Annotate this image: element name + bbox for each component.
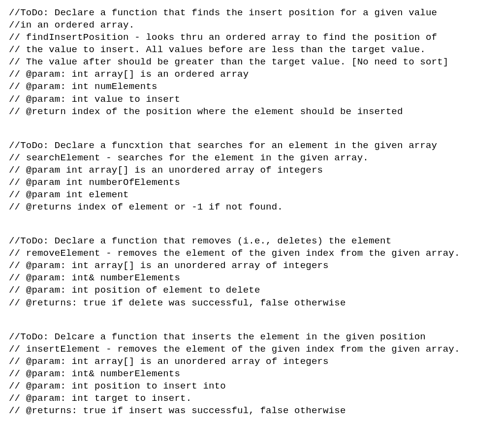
code-line: // @param int element	[9, 189, 495, 201]
comment-block-remove-element: //ToDo: Declare a function that removes …	[9, 235, 495, 309]
code-line: // searchElement - searches for the elem…	[9, 152, 495, 164]
code-line: // @param: int numElements	[9, 81, 495, 93]
code-line: // removeElement - removes the element o…	[9, 247, 495, 260]
code-line: // @returns: true if delete was successf…	[9, 297, 495, 309]
code-line: //ToDo: Declare a function that removes …	[9, 235, 495, 247]
code-line: // @param: int array[] is an unordered a…	[9, 260, 495, 272]
code-line: // @param: int position of element to de…	[9, 284, 495, 297]
code-line: // @param: int target to insert.	[9, 392, 495, 405]
code-line: // @param: int position to insert into	[9, 380, 495, 392]
code-line: // @param: int value to insert	[9, 93, 495, 106]
code-line: // insertElement - removes the element o…	[9, 343, 495, 356]
code-line: //ToDo: Declare a funcxtion that searche…	[9, 140, 495, 152]
comment-block-search-element: //ToDo: Declare a funcxtion that searche…	[9, 140, 495, 213]
code-line: //ToDo: Declare a function that finds th…	[9, 7, 495, 19]
code-line: //ToDo: Delcare a function that inserts …	[9, 331, 495, 343]
code-line: // @returns index of element or -1 if no…	[9, 201, 495, 213]
code-line: // the value to insert. All values befor…	[9, 44, 495, 56]
code-comment-document: //ToDo: Declare a function that finds th…	[0, 0, 504, 422]
code-line: // @param int array[] is an unordered ar…	[9, 164, 495, 177]
code-line: // The value after should be greater tha…	[9, 56, 495, 68]
code-line: // @param: int array[] is an ordered arr…	[9, 68, 495, 81]
comment-block-insert-element: //ToDo: Delcare a function that inserts …	[9, 331, 495, 418]
code-line: // findInsertPosition - looks thru an or…	[9, 31, 495, 44]
code-line: // @returns: true if insert was successf…	[9, 405, 495, 417]
code-line: //in an ordered array.	[9, 19, 495, 31]
code-line: // @return index of the position where t…	[9, 106, 495, 118]
code-line: // @param int numberOfElements	[9, 177, 495, 189]
code-line: // @param: int& numberElements	[9, 272, 495, 284]
code-line: // @param: int array[] is an unordered a…	[9, 356, 495, 368]
code-line: // @param: int& numberElements	[9, 368, 495, 380]
comment-block-find-insert-position: //ToDo: Declare a function that finds th…	[9, 7, 495, 118]
